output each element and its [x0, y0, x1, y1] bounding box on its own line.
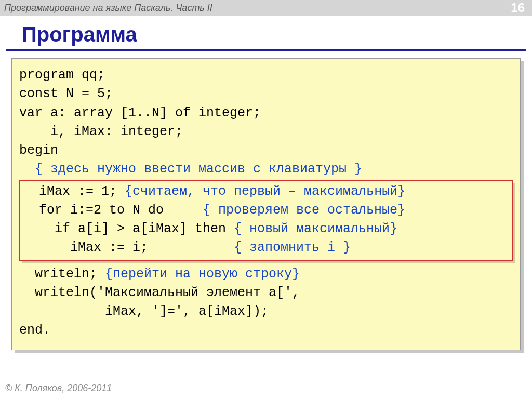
code-line: iMax := i; { запомнить i } — [23, 238, 509, 257]
highlighted-box-content: iMax := 1; {считаем, что первый – максим… — [19, 180, 513, 261]
code-line: if a[i] > a[iMax] then { новый максималь… — [23, 220, 509, 238]
code-content: program qq; const N = 5; var a: array [1… — [11, 58, 521, 350]
top-bar: Программирование на языке Паскаль. Часть… — [0, 0, 532, 16]
course-title: Программирование на языке Паскаль. Часть… — [4, 3, 212, 14]
code-line: i, iMax: integer; — [19, 123, 513, 141]
code-line: const N = 5; — [19, 85, 513, 103]
slide-title: Программа — [6, 16, 526, 51]
code-line: program qq; — [19, 66, 513, 85]
code-line: writeln('Максимальный элемент a[', — [19, 284, 513, 302]
footer-copyright: © К. Поляков, 2006-2011 — [5, 383, 112, 394]
code-line: var a: array [1..N] of integer; — [19, 104, 513, 123]
code-line: writeln; {перейти на новую строку} — [19, 265, 513, 284]
code-line: iMax, ']=', a[iMax]); — [19, 302, 513, 321]
highlighted-code-box: iMax := 1; {считаем, что первый – максим… — [19, 180, 513, 261]
page-number: 16 — [511, 1, 525, 15]
slide: Программирование на языке Паскаль. Часть… — [0, 0, 532, 399]
code-comment: { здесь нужно ввести массив с клавиатуры… — [19, 160, 513, 179]
code-block: program qq; const N = 5; var a: array [1… — [11, 58, 521, 350]
code-line: iMax := 1; {считаем, что первый – максим… — [23, 182, 509, 201]
code-line: end. — [19, 321, 513, 340]
code-line: for i:=2 to N do { проверяем все остальн… — [23, 201, 509, 220]
code-line: begin — [19, 141, 513, 160]
